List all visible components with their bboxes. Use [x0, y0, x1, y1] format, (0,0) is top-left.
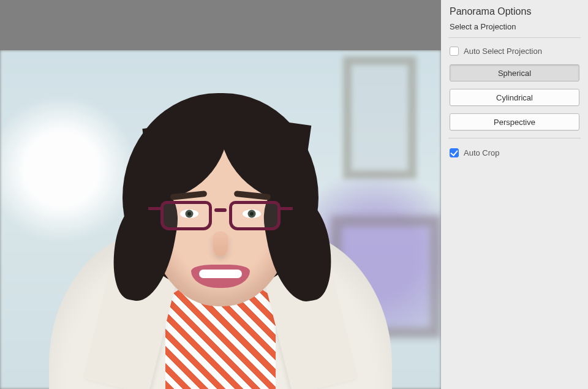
auto-select-projection-checkbox[interactable] [450, 47, 459, 56]
projection-spherical-button[interactable]: Spherical [450, 64, 579, 81]
panel-title: Panorama Options [450, 6, 579, 17]
panel-subtitle: Select a Projection [450, 22, 579, 31]
canvas-column [0, 0, 441, 389]
auto-select-projection-label[interactable]: Auto Select Projection [464, 47, 542, 56]
canvas-empty-area [0, 0, 441, 50]
auto-crop-label[interactable]: Auto Crop [464, 148, 500, 157]
divider [448, 138, 581, 138]
panorama-options-panel: Panorama Options Select a Projection Aut… [441, 0, 588, 389]
preview-image[interactable] [0, 50, 441, 389]
divider [448, 37, 581, 38]
auto-crop-checkbox[interactable] [450, 148, 459, 157]
projection-perspective-button[interactable]: Perspective [450, 113, 579, 130]
projection-cylindrical-button[interactable]: Cylindrical [450, 89, 579, 106]
